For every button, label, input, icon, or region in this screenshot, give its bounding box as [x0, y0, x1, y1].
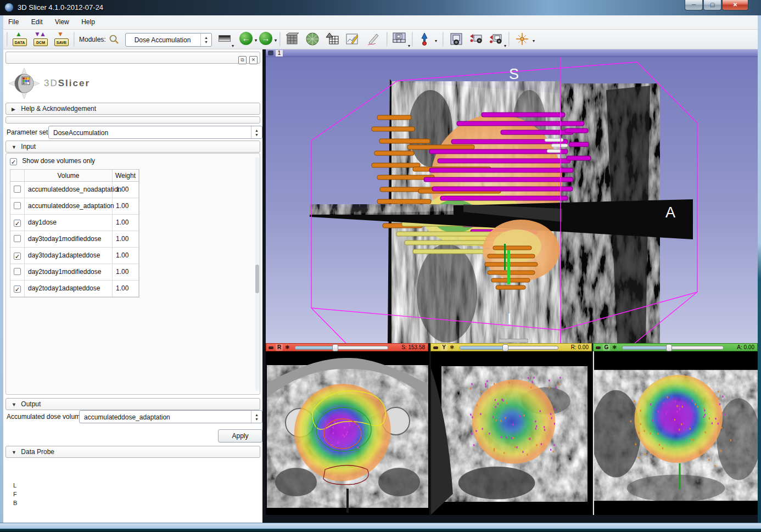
table-row[interactable]: accumulateddose_noadaptation1.00 [10, 182, 139, 198]
green-slice-slider[interactable] [622, 346, 724, 350]
volume-cell: day2today1adapteddose [25, 281, 113, 296]
maximize-button[interactable]: ▢ [703, 0, 721, 10]
undock-panel-icon[interactable]: ⧉ [238, 56, 247, 64]
yellow-slice-viewport[interactable] [430, 351, 592, 515]
accumulated-dose-combobox[interactable]: accumulateddose_adaptation ▲▼ [79, 410, 262, 423]
dropdown-arrow-icon[interactable]: ▾ [435, 38, 437, 43]
panel-scrollbar[interactable] [255, 157, 259, 391]
load-data-button[interactable]: ▲ DATA [12, 32, 27, 47]
checkbox-checked-icon[interactable]: ✓ [10, 158, 17, 165]
menu-help[interactable]: Help [76, 15, 100, 29]
green-slice-controller[interactable]: G ✱ A: 0.00 [593, 343, 758, 351]
capture-scene-button[interactable] [469, 32, 484, 47]
weight-cell[interactable]: 1.00 [113, 281, 139, 296]
checkbox-unchecked-icon[interactable] [14, 235, 21, 242]
save-button[interactable]: ▼ SAVE [54, 32, 69, 47]
red-slice-label[interactable]: R [276, 344, 283, 351]
pin-icon[interactable] [268, 51, 273, 55]
pin-icon[interactable] [596, 346, 601, 349]
table-row[interactable]: day3today1modifieddose1.00 [10, 231, 139, 248]
visibility-icon[interactable]: ✱ [612, 344, 617, 350]
red-slice-viewport[interactable] [266, 351, 429, 515]
sagittal-dose-overlay [472, 379, 556, 463]
scrollbar-thumb[interactable] [255, 265, 259, 293]
green-slice-viewport[interactable] [593, 351, 758, 515]
weight-cell[interactable]: 1.00 [113, 182, 139, 198]
weight-cell[interactable]: 1.00 [113, 264, 139, 280]
module-history-button[interactable]: ▾ [219, 32, 233, 47]
row-checkbox[interactable]: ✓ [10, 281, 25, 296]
weight-column-header[interactable]: Weight [113, 170, 139, 181]
combo-spinner-icon[interactable]: ▲▼ [200, 33, 211, 46]
green-slice-label[interactable]: G [603, 344, 610, 351]
apply-button[interactable]: Apply [218, 429, 262, 443]
close-panel-icon[interactable]: ✕ [249, 56, 258, 64]
view3d-header-bar[interactable] [266, 49, 758, 57]
table-row[interactable]: day2today1modifieddose1.00 [10, 264, 139, 281]
yellow-slice-slider[interactable] [460, 346, 558, 350]
weight-cell[interactable]: 1.00 [113, 198, 139, 214]
annotations-icon[interactable] [345, 32, 359, 47]
output-section-header[interactable]: ▼ Output [5, 398, 260, 410]
table-row[interactable]: accumulateddose_adaptation1.00 [10, 198, 139, 215]
letterbox-bottom [594, 501, 758, 514]
module-back-button[interactable]: ←▾ [239, 32, 253, 45]
show-dose-volumes-checkbox[interactable]: ✓ Show dose volumes only [10, 157, 95, 165]
weight-cell[interactable]: 1.00 [113, 248, 139, 264]
markup-pen-icon[interactable] [366, 32, 380, 47]
combo-spinner-icon[interactable]: ▲▼ [251, 126, 262, 138]
transforms-icon[interactable] [325, 32, 339, 47]
view3d-scroll-nub[interactable] [499, 339, 528, 343]
dropdown-arrow-icon[interactable]: ▾ [533, 38, 535, 43]
checkbox-checked-icon[interactable]: ✓ [14, 285, 21, 293]
mouse-mode-button[interactable] [418, 32, 432, 47]
row-checkbox[interactable] [10, 198, 25, 214]
volume-rendering-icon[interactable] [285, 32, 299, 47]
checkbox-unchecked-icon[interactable] [14, 202, 21, 209]
table-row[interactable]: ✓day3today1adapteddose1.00 [10, 248, 139, 264]
input-section-header[interactable]: ▼ Input [5, 141, 260, 153]
table-row[interactable]: ✓day1dose1.00 [10, 215, 139, 231]
close-button[interactable]: ✕ [722, 0, 748, 10]
minimize-button[interactable]: ─ [685, 0, 703, 10]
weight-cell[interactable]: 1.00 [113, 215, 139, 231]
module-forward-button[interactable]: →▾ [259, 32, 272, 45]
row-checkbox[interactable]: ✓ [10, 215, 25, 231]
visibility-icon[interactable]: ✱ [285, 344, 289, 350]
data-probe-section-header[interactable]: ▼ Data Probe [5, 446, 260, 458]
models-icon[interactable] [305, 32, 320, 47]
layout-selector-button[interactable]: ▾ [391, 32, 408, 47]
module-selector[interactable]: Dose Accumulation ▲▼ [125, 33, 212, 47]
row-checkbox[interactable] [10, 182, 25, 198]
red-slice-slider[interactable] [295, 346, 388, 350]
pin-icon[interactable] [268, 346, 273, 349]
checkbox-checked-icon[interactable]: ✓ [14, 220, 21, 227]
weight-cell[interactable]: 1.00 [113, 231, 139, 247]
view3d-viewport[interactable]: S A I [266, 57, 758, 343]
checkbox-unchecked-icon[interactable] [14, 186, 21, 193]
capture-screenshot-button[interactable] [449, 32, 465, 47]
menu-edit[interactable]: Edit [26, 15, 48, 29]
parameter-set-combobox[interactable]: DoseAccumulation ▲▼ [48, 126, 262, 139]
red-slice-controller[interactable]: R ✱ S: 153.58 [266, 343, 428, 351]
row-checkbox[interactable]: ✓ [10, 248, 25, 264]
pin-icon[interactable] [433, 346, 438, 349]
menu-file[interactable]: File [3, 15, 24, 29]
table-row[interactable]: ✓day2today1adapteddose1.00 [10, 281, 139, 297]
checkbox-checked-icon[interactable]: ✓ [14, 253, 21, 260]
visibility-icon[interactable]: ✱ [450, 344, 454, 350]
combo-spinner-icon[interactable]: ▲▼ [251, 411, 262, 423]
scene-views-button[interactable]: ▾ [489, 32, 504, 47]
checkbox-unchecked-icon[interactable] [14, 268, 21, 275]
volume-column-header[interactable]: Volume [25, 170, 113, 181]
module-search-icon[interactable] [109, 34, 120, 45]
dicom-button[interactable]: ▼▲ DCM [33, 32, 48, 47]
letterbox-top [594, 352, 758, 370]
row-checkbox[interactable] [10, 231, 25, 247]
row-checkbox[interactable] [10, 264, 25, 280]
yellow-slice-controller[interactable]: Y ✱ R: 0.00 [430, 343, 592, 351]
crosshair-button[interactable] [515, 32, 530, 47]
menu-view[interactable]: View [50, 15, 74, 29]
help-section-header[interactable]: ▶ Help & Acknowledgement [5, 103, 260, 115]
yellow-slice-label[interactable]: Y [440, 344, 447, 351]
